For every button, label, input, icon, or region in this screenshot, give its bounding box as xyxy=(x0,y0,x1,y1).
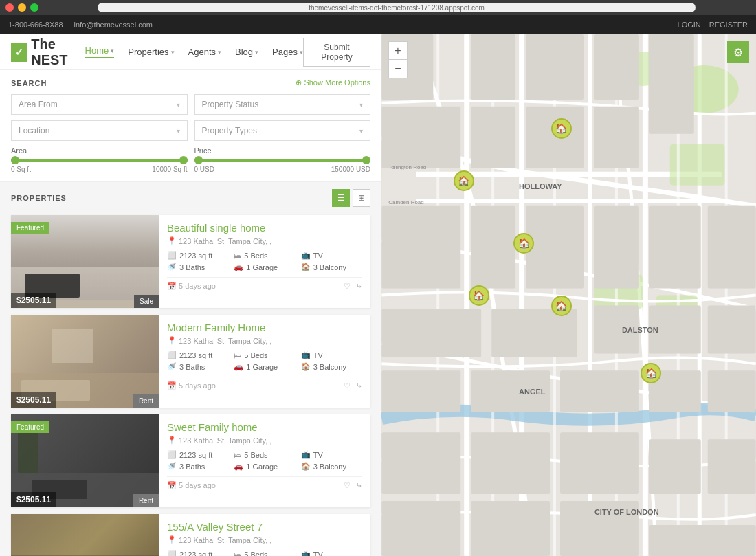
beds-feature: 🛏 5 Beds xyxy=(234,450,295,459)
property-title[interactable]: Beautiful single home xyxy=(167,222,362,234)
property-image: Featured $2505.11 Sale xyxy=(11,215,159,308)
chevron-down-icon: ▾ xyxy=(218,49,221,56)
properties-section: PROPERTIES ☰ ⊞ Featured $2505.11 xyxy=(0,182,381,556)
garage-icon: 🚗 xyxy=(234,462,243,471)
marker-home-icon: 🏠 xyxy=(518,238,530,249)
nav-home[interactable]: Home ▾ xyxy=(85,45,115,58)
svg-rect-48 xyxy=(708,439,756,494)
grid-view-toggle[interactable]: ⊞ xyxy=(353,189,370,207)
property-title[interactable]: 155/A Valley Street 7 xyxy=(167,521,362,533)
minimize-dot[interactable] xyxy=(18,3,26,12)
beds-feature: 🛏 5 Beds xyxy=(234,550,295,556)
property-features: ⬜ 2123 sq ft 🛏 5 Beds 📺 TV 🚿 xyxy=(167,351,362,371)
phone-number: 1-800-666-8X88 xyxy=(8,21,63,29)
area-slider-max-thumb[interactable] xyxy=(179,156,188,164)
nav-agents[interactable]: Agents ▾ xyxy=(188,47,221,57)
svg-rect-38 xyxy=(708,305,756,353)
property-features: ⬜ 2123 sq ft 🛏 5 Beds 📺 TV 🚿 xyxy=(167,450,362,471)
location-select[interactable]: Location ▾ xyxy=(11,120,188,141)
nav-properties[interactable]: Properties ▾ xyxy=(128,47,174,57)
list-view-toggle[interactable]: ☰ xyxy=(332,189,350,207)
svg-rect-32 xyxy=(649,206,701,289)
bath-icon: 🚿 xyxy=(167,362,177,371)
svg-rect-41 xyxy=(560,370,639,412)
area-slider-track[interactable] xyxy=(11,159,188,162)
map-marker[interactable]: 🏠 xyxy=(551,296,572,316)
area-icon: ⬜ xyxy=(167,251,177,260)
map-container[interactable]: HOLLOWAY DALSTON ANGEL CITY OF LONDON To… xyxy=(381,34,756,556)
close-dot[interactable] xyxy=(5,3,14,12)
property-status: Rent xyxy=(133,394,159,408)
balcony-feature: 🏠 3 Balcony xyxy=(301,362,362,371)
property-image: Featured $2505.11 Rent xyxy=(11,414,159,507)
map-marker[interactable]: 🏠 xyxy=(469,285,489,306)
property-address: 📍 123 Kathal St. Tampa City, , xyxy=(167,236,362,245)
favorite-icon[interactable]: ♡ xyxy=(344,282,351,291)
map-marker[interactable]: 🏠 xyxy=(513,233,534,254)
price-slider-min-thumb[interactable] xyxy=(194,156,203,164)
location-icon: 📍 xyxy=(167,535,177,544)
svg-rect-49 xyxy=(381,501,460,556)
navbar: ✓ The NEST Home ▾ Properties ▾ Agents ▾ … xyxy=(0,34,381,70)
register-link[interactable]: REGISTER xyxy=(709,21,748,29)
logo-icon: ✓ xyxy=(11,43,27,62)
map-marker[interactable]: 🏠 xyxy=(551,118,572,139)
maximize-dot[interactable] xyxy=(30,3,38,12)
area-slider-group: Area 0 Sq ft 10000 Sq ft xyxy=(11,146,188,173)
area-icon: ⬜ xyxy=(167,550,177,556)
svg-rect-20 xyxy=(471,34,515,100)
chevron-down-icon: ▾ xyxy=(177,127,180,135)
property-title[interactable]: Modern Family Home xyxy=(167,322,362,333)
address-bar[interactable]: themevessell-items-dot-themeforest-17120… xyxy=(98,3,696,12)
property-address: 📍 123 Kathal St. Tampa City, , xyxy=(167,436,362,445)
property-address: 📍 123 Kathal St. Tampa City, , xyxy=(167,336,362,345)
property-price: $2505.11 xyxy=(11,492,56,507)
property-status-select[interactable]: Property Status ▾ xyxy=(194,94,371,115)
zoom-in-button[interactable]: + xyxy=(389,42,407,60)
svg-rect-27 xyxy=(594,107,639,168)
share-icon[interactable]: ⤷ xyxy=(356,282,362,291)
svg-rect-52 xyxy=(649,525,756,556)
login-link[interactable]: LOGIN xyxy=(678,21,701,29)
show-more-options[interactable]: ⊕ Show More Options xyxy=(296,78,370,87)
days-ago: 📅 5 days ago xyxy=(167,381,216,390)
share-icon[interactable]: ⤷ xyxy=(356,381,362,390)
area-icon: ⬜ xyxy=(167,450,177,459)
map-marker[interactable]: 🏠 xyxy=(641,363,661,383)
property-info: 155/A Valley Street 7 📍 123 Kathal St. T… xyxy=(159,514,370,556)
svg-rect-33 xyxy=(708,206,756,289)
nav-pages[interactable]: Pages ▾ xyxy=(272,47,303,57)
nav-blog[interactable]: Blog ▾ xyxy=(235,47,258,57)
price-slider-track[interactable] xyxy=(194,159,371,162)
share-icon[interactable]: ⤷ xyxy=(356,481,362,490)
tv-feature: 📺 TV xyxy=(301,351,362,359)
price-slider-max-thumb[interactable] xyxy=(362,156,370,164)
favorite-icon[interactable]: ♡ xyxy=(344,381,351,390)
location-icon: 📍 xyxy=(167,436,177,445)
svg-rect-21 xyxy=(526,34,584,100)
area-from-select[interactable]: Area From ▾ xyxy=(11,94,188,115)
submit-property-button[interactable]: Submit Property xyxy=(303,38,370,67)
property-types-select[interactable]: Property Types ▾ xyxy=(194,120,371,141)
footer-actions: ♡ ⤷ xyxy=(344,481,362,490)
map-marker[interactable]: 🏠 xyxy=(454,170,474,191)
svg-text:Tollington Road: Tollington Road xyxy=(388,164,426,170)
chevron-down-icon: ▾ xyxy=(359,101,363,109)
area-slider-min-thumb[interactable] xyxy=(11,156,19,164)
days-ago: 📅 5 days ago xyxy=(167,282,216,291)
favorite-icon[interactable]: ♡ xyxy=(344,481,351,490)
bath-icon: 🚿 xyxy=(167,263,177,271)
map-svg: HOLLOWAY DALSTON ANGEL CITY OF LONDON To… xyxy=(381,34,756,556)
garage-icon: 🚗 xyxy=(234,263,243,271)
property-title[interactable]: Sweet Family home xyxy=(167,421,362,433)
left-panel: ✓ The NEST Home ▾ Properties ▾ Agents ▾ … xyxy=(0,34,381,556)
view-toggles: ☰ ⊞ xyxy=(332,189,370,207)
map-settings-button[interactable]: ⚙ xyxy=(727,41,749,63)
price-slider-range: 0 USD 150000 USD xyxy=(194,166,371,173)
sqft-feature: ⬜ 2123 sq ft xyxy=(167,450,228,459)
zoom-out-button[interactable]: − xyxy=(389,60,407,78)
property-status: Sale xyxy=(134,295,159,308)
garage-feature: 🚗 1 Garage xyxy=(234,362,295,371)
property-footer: 📅 5 days ago ♡ ⤷ xyxy=(167,476,362,490)
baths-feature: 🚿 3 Baths xyxy=(167,362,228,371)
